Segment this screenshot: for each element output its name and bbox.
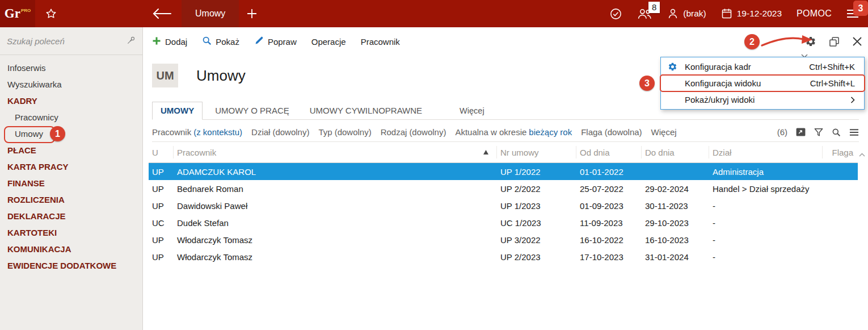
column-header-do-dnia[interactable]: Do dnia [642,146,709,158]
sidebar-item-wyszukiwarka[interactable]: Wyszukiwarka [0,76,142,93]
sidebar-item-label: Infoserwis [7,63,46,73]
tab-umowy[interactable]: UMOWY [152,102,203,120]
page-title: Umowy [196,67,246,85]
cell-dzial: - [709,201,823,211]
filter-value: bieżący rok [529,127,572,137]
filter-flaga[interactable]: Flaga(dowolna) [581,127,642,137]
cell-dzial: - [709,252,823,262]
edit-button[interactable]: Popraw [254,36,297,47]
search-placeholder: Szukaj poleceń [7,36,127,46]
add-button[interactable]: Dodaj [152,36,187,47]
filter-value: (dowolna) [605,127,642,137]
topbar-tab-umowy[interactable]: Umowy [182,0,239,27]
sidebar-item-kadry[interactable]: KADRY [0,93,142,109]
pin-icon[interactable] [127,36,136,47]
tab-wiecej[interactable]: Więcej [452,103,492,119]
operations-menu[interactable]: Operacje [311,37,346,47]
filter-value: (dowolny) [335,127,372,137]
annotation-step-1: 1 [50,126,65,141]
filter-label: Więcej [651,127,677,137]
cell-u: UP [149,167,174,177]
annotation-step-2: 2 [744,34,760,49]
cell-pracownik: Włodarczyk Tomasz [174,235,497,245]
column-header-od-dnia[interactable]: Od dnia [576,146,642,158]
sidebar-item-p-ace[interactable]: PŁACE [0,142,142,158]
sidebar-item-komunikacja[interactable]: KOMUNIKACJA [0,241,142,257]
filter-funnel-icon[interactable] [814,128,823,137]
quick-report-icon[interactable] [796,128,806,136]
sidebar-item-pracownicy[interactable]: Pracownicy [0,109,142,126]
sidebar-item-label: PŁACE [7,145,36,155]
sidebar-item-deklaracje[interactable]: DEKLARACJE [0,208,142,224]
gear-icon [668,62,685,72]
sidebar-item-kartoteki[interactable]: KARTOTEKI [0,224,142,241]
sidebar-item-rozliczenia[interactable]: ROZLICZENIA [0,191,142,208]
close-icon[interactable] [852,36,862,47]
table-row[interactable]: UPWłodarczyk TomaszUP 3/202216-10-202216… [149,231,858,248]
cell-do_dnia: 16-10-2023 [642,235,709,245]
sidebar-item-ewidencje-dodatkowe[interactable]: EWIDENCJE DODATKOWE [0,257,142,274]
sidebar-item-label: EWIDENCJE DODATKOWE [7,261,116,270]
date-picker[interactable]: 19-12-2023 [721,8,782,19]
filter-aktualna-w-okresie[interactable]: Aktualna w okresiebieżący rok [455,127,572,137]
table-row[interactable]: UPDawidowski PawełUP 1/202301-09-202330-… [149,197,858,214]
column-header-nr-umowy[interactable]: Nr umowy [497,146,576,158]
new-tab-button[interactable] [247,9,257,19]
app-logo[interactable]: GrPRO [0,0,35,27]
cell-pracownik: Włodarczyk Tomasz [174,252,497,262]
table-row[interactable]: UPWłodarczyk TomaszUP 2/202317-10-202331… [149,248,858,265]
table-row[interactable]: UPADAMCZUK KAROLUP 1/202201-01-2022Admin… [149,163,858,180]
table-row[interactable]: UPBednarek RomanUP 2/202225-07-202229-02… [149,180,858,197]
cell-nr_umowy: UP 1/2022 [497,167,576,177]
cell-nr_umowy: UP 1/2023 [497,201,576,211]
notification-badge: 3 [853,1,868,16]
command-search-input[interactable]: Szukaj poleceń [0,27,142,55]
logo-pro-label: PRO [21,8,31,13]
menu-item-konfiguracja-kadr[interactable]: Konfiguracja kadr Ctrl+Shift+K [661,59,864,75]
cell-nr_umowy: UP 3/2022 [497,235,576,245]
menu-item-konfiguracja-widoku[interactable]: Konfiguracja widoku Ctrl+Shift+L 3 [661,75,864,91]
column-header-dzia[interactable]: Dział [709,146,823,158]
list-options-icon[interactable] [849,128,859,136]
column-header-label: Pracownik [177,148,216,157]
column-header-pracownik[interactable]: Pracownik [174,146,497,158]
filter-value: (dowolny) [409,127,446,137]
menu-shortcut: Ctrl+Shift+L [810,78,855,88]
add-label: Dodaj [165,37,187,47]
show-label: Pokaż [216,37,239,47]
favorites-star-icon[interactable] [44,7,58,20]
status-check-icon[interactable] [609,7,622,20]
filter-dzia[interactable]: Dział(dowolny) [251,127,309,137]
help-button[interactable]: POMOC [797,9,832,19]
column-header-flaga[interactable]: Flaga [823,146,858,158]
contracts-table: UPracownikNr umowyOd dniaDo dniaDziałFla… [149,142,858,265]
sidebar: Szukaj poleceń InfoserwisWyszukiwarkaKAD… [0,27,143,330]
sidebar-item-infoserwis[interactable]: Infoserwis [0,60,142,76]
filter-label: Pracownik [152,127,191,137]
users-sessions-icon[interactable]: 8 [637,8,652,20]
table-row[interactable]: UCDudek StefanUC 1/202311-09-202329-10-2… [149,214,858,231]
column-header-u[interactable]: U [149,146,174,158]
sidebar-item-finanse[interactable]: FINANSE [0,175,142,191]
filter-wi-cej[interactable]: Więcej [651,127,677,137]
sidebar-item-karta-pracy[interactable]: KARTA PRACY [0,158,142,175]
sidebar-item-label: Wyszukiwarka [7,80,62,89]
duplicate-window-icon[interactable] [829,36,840,47]
show-button[interactable]: Pokaż [202,36,239,47]
filter-typ[interactable]: Typ(dowolny) [318,127,371,137]
menu-item-pokaz-ukryj-widoki[interactable]: Pokaż/ukryj widoki [661,91,864,108]
back-arrow-icon[interactable] [152,8,171,19]
filter-bar: Pracownik(z kontekstu)Dział(dowolny)Typ(… [152,123,859,142]
employee-menu[interactable]: Pracownik [361,37,400,47]
tab-umowy-o-prace[interactable]: UMOWY O PRACĘ [207,102,297,119]
tab-umowy-cywilnoprawne[interactable]: UMOWY CYWILNOPRAWNE [302,102,430,119]
sidebar-item-umowy[interactable]: Umowy1 [0,126,142,142]
cell-u: UP [149,252,174,262]
employee-label: Pracownik [361,37,400,47]
search-icon[interactable] [832,128,841,137]
user-menu[interactable]: (brak) [667,8,706,19]
scrollbar-up-icon[interactable] [859,149,865,158]
filter-label: Dział [251,127,270,137]
filter-pracownik[interactable]: Pracownik(z kontekstu) [152,127,242,137]
filter-rodzaj[interactable]: Rodzaj(dowolny) [381,127,446,137]
